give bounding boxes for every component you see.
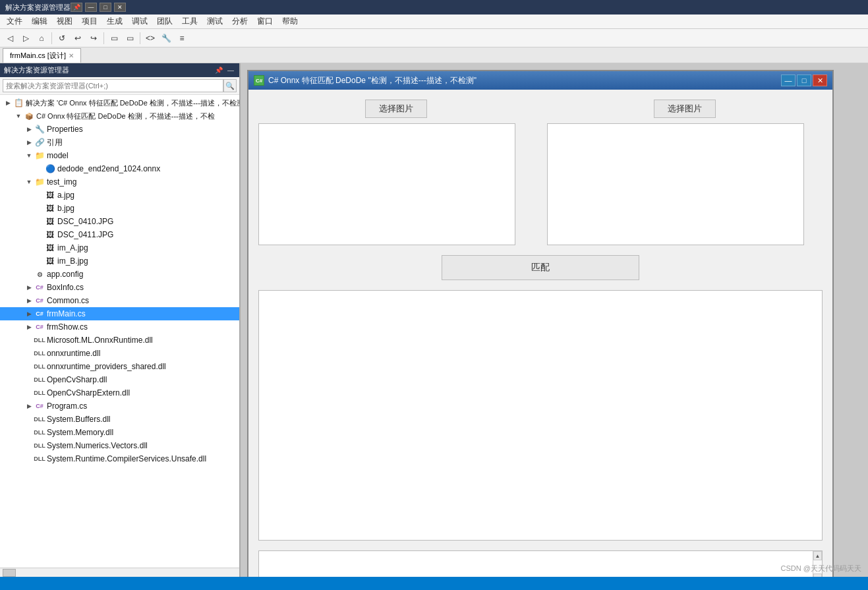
expand-model[interactable]: ▼ bbox=[24, 150, 34, 161]
expand-frmshow[interactable]: ▶ bbox=[24, 322, 34, 332]
tree-scrollbar[interactable] bbox=[0, 568, 239, 577]
tab-close-frmmain[interactable]: ✕ bbox=[69, 52, 74, 59]
expand-properties[interactable]: ▶ bbox=[24, 124, 34, 134]
menu-project[interactable]: 项目 bbox=[78, 15, 101, 28]
tree-sysbuffers[interactable]: DLL System.Buffers.dll bbox=[0, 413, 239, 426]
menu-build[interactable]: 生成 bbox=[103, 15, 127, 28]
titlebar-min[interactable]: — bbox=[85, 3, 97, 12]
references-label: 引用 bbox=[47, 137, 63, 148]
select-image-2-btn[interactable]: 选择图片 bbox=[654, 100, 716, 118]
tree-solution[interactable]: ▶ 📋 解决方案 'C# Onnx 特征匹配 DeDoDe 检测，不描述---描… bbox=[0, 96, 239, 109]
menu-test[interactable]: 测试 bbox=[203, 15, 227, 28]
scrollbar-thumb[interactable] bbox=[3, 569, 16, 577]
titlebar-close[interactable]: ✕ bbox=[114, 3, 126, 12]
scroll-down[interactable]: ▼ bbox=[813, 574, 822, 577]
toolbar-back[interactable]: ◁ bbox=[3, 31, 17, 45]
select-image-1-btn[interactable]: 选择图片 bbox=[365, 100, 427, 118]
onnxprovdll-label: onnxruntime_providers_shared.dll bbox=[47, 362, 166, 371]
form-maximize[interactable]: □ bbox=[797, 74, 811, 86]
tree-dsc0411[interactable]: 🖼 DSC_0411.JPG bbox=[0, 228, 239, 241]
tree-properties[interactable]: ▶ 🔧 Properties bbox=[0, 123, 239, 136]
expand-boxinfo[interactable]: ▶ bbox=[24, 282, 34, 293]
toolbar-refresh[interactable]: ↺ bbox=[55, 31, 69, 45]
toolbar-home[interactable]: ⌂ bbox=[34, 31, 49, 45]
menu-view[interactable]: 视图 bbox=[53, 15, 76, 28]
tree-frmmain[interactable]: ▶ C# frmMain.cs bbox=[0, 307, 239, 320]
tree-ajpg[interactable]: 🖼 a.jpg bbox=[0, 189, 239, 202]
toolbar-box2[interactable]: ▭ bbox=[123, 31, 137, 45]
expand-common[interactable]: ▶ bbox=[24, 295, 34, 306]
tree-program[interactable]: ▶ C# Program.cs bbox=[0, 399, 239, 413]
tree-sysnumerics[interactable]: DLL System.Numerics.Vectors.dll bbox=[0, 439, 239, 452]
solution-label: 解决方案 'C# Onnx 特征匹配 DeDoDe 检测，不描述---描述，不检… bbox=[26, 98, 239, 108]
menu-debug[interactable]: 调试 bbox=[128, 15, 152, 28]
opencvexdll-label: OpenCvSharpExtern.dll bbox=[47, 388, 130, 398]
tree-onnxprovdll[interactable]: DLL onnxruntime_providers_shared.dll bbox=[0, 360, 239, 373]
menu-file[interactable]: 文件 bbox=[3, 15, 26, 28]
tree-opencvdll[interactable]: DLL OpenCvSharp.dll bbox=[0, 373, 239, 386]
sysmemory-label: System.Memory.dll bbox=[47, 428, 113, 437]
tree-bjpg[interactable]: 🖼 b.jpg bbox=[0, 202, 239, 215]
tree-dsc0410[interactable]: 🖼 DSC_0410.JPG bbox=[0, 215, 239, 228]
toolbar-sep-3 bbox=[140, 32, 140, 44]
menu-team[interactable]: 团队 bbox=[153, 15, 177, 28]
common-label: Common.cs bbox=[47, 296, 89, 305]
tree-sysmemory[interactable]: DLL System.Memory.dll bbox=[0, 426, 239, 439]
menu-analyze[interactable]: 分析 bbox=[228, 15, 252, 28]
expand-sysnumerics bbox=[24, 440, 34, 451]
expand-program[interactable]: ▶ bbox=[24, 401, 34, 411]
menu-edit[interactable]: 编辑 bbox=[28, 15, 51, 28]
toolbar-redo[interactable]: ↪ bbox=[86, 31, 101, 45]
image-row-top: 选择图片 选择图片 bbox=[258, 100, 823, 245]
form-close[interactable]: ✕ bbox=[813, 74, 827, 86]
tree-view[interactable]: ▶ 📋 解决方案 'C# Onnx 特征匹配 DeDoDe 检测，不描述---描… bbox=[0, 95, 239, 568]
dsc0410-label: DSC_0410.JPG bbox=[57, 217, 113, 226]
toolbar-forward[interactable]: ▷ bbox=[18, 31, 33, 45]
panel-minimize[interactable]: — bbox=[226, 66, 235, 75]
panel-pin[interactable]: 📌 bbox=[214, 66, 223, 75]
tree-onnx-file[interactable]: 🔵 dedode_end2end_1024.onnx bbox=[0, 162, 239, 175]
tree-frmshow[interactable]: ▶ C# frmShow.cs bbox=[0, 320, 239, 334]
pin-btn[interactable]: 📌 bbox=[71, 3, 82, 12]
toolbar-box1[interactable]: ▭ bbox=[107, 31, 121, 45]
expand-solution[interactable]: ▶ bbox=[3, 98, 13, 108]
form-minimize[interactable]: — bbox=[781, 74, 796, 86]
tree-opencvexdll[interactable]: DLL OpenCvSharpExtern.dll bbox=[0, 386, 239, 399]
tab-frmmain[interactable]: frmMain.cs [设计] ✕ bbox=[3, 48, 81, 63]
search-input[interactable] bbox=[3, 79, 223, 92]
ajpg-label: a.jpg bbox=[57, 191, 74, 200]
toolbar-code[interactable]: <> bbox=[143, 31, 158, 45]
opencvdll-label: OpenCvSharp.dll bbox=[47, 375, 107, 384]
appconfig-label: app.config bbox=[47, 270, 83, 279]
tree-mldll[interactable]: DLL Microsoft.ML.OnnxRuntime.dll bbox=[0, 334, 239, 347]
search-button[interactable]: 🔍 bbox=[223, 79, 237, 92]
tree-imbjpg[interactable]: 🖼 im_B.jpg bbox=[0, 254, 239, 268]
tree-model-folder[interactable]: ▼ 📁 model bbox=[0, 149, 239, 162]
match-btn[interactable]: 匹配 bbox=[442, 255, 639, 280]
titlebar-max[interactable]: □ bbox=[100, 3, 111, 12]
expand-frmmain[interactable]: ▶ bbox=[24, 309, 34, 319]
tree-imajpg[interactable]: 🖼 im_A.jpg bbox=[0, 241, 239, 254]
expand-references[interactable]: ▶ bbox=[24, 137, 34, 148]
menu-window[interactable]: 窗口 bbox=[253, 15, 277, 28]
tree-onnxdll[interactable]: DLL onnxruntime.dll bbox=[0, 347, 239, 360]
tree-references[interactable]: ▶ 🔗 引用 bbox=[0, 136, 239, 149]
tree-sysruntime[interactable]: DLL System.Runtime.CompilerServices.Unsa… bbox=[0, 452, 239, 465]
toolbar-menu[interactable]: ≡ bbox=[175, 31, 189, 45]
program-icon: C# bbox=[34, 401, 45, 411]
expand-project[interactable]: ▼ bbox=[13, 111, 24, 121]
menu-help[interactable]: 帮助 bbox=[278, 15, 302, 28]
properties-label: Properties bbox=[47, 125, 83, 134]
tree-common[interactable]: ▶ C# Common.cs bbox=[0, 294, 239, 307]
tree-appconfig[interactable]: ⚙ app.config bbox=[0, 268, 239, 281]
scroll-up[interactable]: ▲ bbox=[813, 551, 822, 560]
sysnumerics-icon: DLL bbox=[34, 440, 45, 451]
log-scrollbar[interactable]: ▲ ▼ bbox=[813, 551, 822, 577]
toolbar-settings[interactable]: 🔧 bbox=[159, 31, 173, 45]
toolbar-undo[interactable]: ↩ bbox=[71, 31, 85, 45]
expand-testimg[interactable]: ▼ bbox=[24, 177, 34, 187]
tree-testimg-folder[interactable]: ▼ 📁 test_img bbox=[0, 175, 239, 189]
menu-tools[interactable]: 工具 bbox=[178, 15, 202, 28]
tree-boxinfo[interactable]: ▶ C# BoxInfo.cs bbox=[0, 281, 239, 294]
tree-project[interactable]: ▼ 📦 C# Onnx 特征匹配 DeDoDe 检测，不描述---描述，不检 bbox=[0, 109, 239, 123]
